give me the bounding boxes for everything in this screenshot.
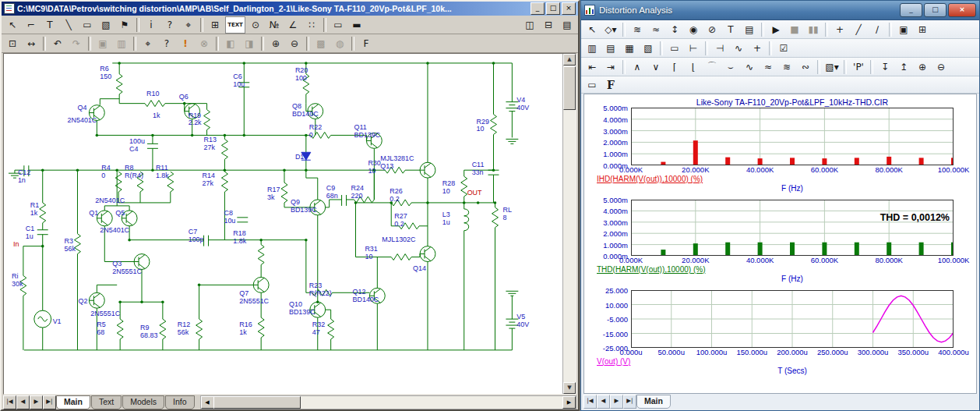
component-label[interactable]: R(R4)	[125, 172, 143, 179]
low-icon[interactable]: ⌊	[685, 58, 702, 76]
probe-down-icon[interactable]: ↧	[876, 58, 894, 76]
split-horizontal-icon[interactable]: ⊟	[540, 16, 557, 34]
component-label[interactable]: R28	[442, 179, 455, 187]
text-box-icon[interactable]: TEXT	[225, 16, 245, 34]
component-label[interactable]: R12	[178, 321, 190, 328]
component-label[interactable]: R4	[101, 164, 110, 172]
help-mode-icon[interactable]: ?	[161, 16, 178, 34]
component-label[interactable]: 2N5401C	[100, 226, 129, 234]
component-label[interactable]: 56k	[178, 328, 189, 336]
last-page-button[interactable]: ▶|	[43, 395, 56, 409]
component-label[interactable]: 220	[351, 192, 363, 200]
grid-dots-icon[interactable]: ∷	[303, 16, 320, 34]
component-label[interactable]: R6	[100, 65, 108, 73]
component-label[interactable]: C6	[233, 73, 241, 80]
component-label[interactable]: R30	[368, 159, 380, 167]
component-label[interactable]: Q10	[289, 300, 302, 308]
component-label[interactable]: 1.8k	[233, 237, 246, 245]
top-icon[interactable]: ≈	[760, 58, 777, 76]
component-label[interactable]: 150	[100, 73, 111, 80]
component-label[interactable]: Q14	[413, 264, 426, 272]
component-label[interactable]: 0.2	[390, 195, 399, 203]
find-button[interactable]: ⌖	[139, 35, 157, 52]
transistor-symbol[interactable]	[420, 246, 435, 262]
component-label[interactable]: 0	[309, 131, 313, 139]
component-label[interactable]: 68n	[326, 192, 338, 200]
run-button[interactable]: ▶	[767, 21, 784, 38]
prev-page-button[interactable]: ◀	[16, 395, 30, 409]
transistor-symbol[interactable]	[420, 162, 435, 178]
component-label[interactable]: Q2	[78, 297, 87, 305]
transistor-symbol[interactable]	[97, 211, 112, 226]
component-label[interactable]: 10	[365, 253, 372, 260]
component-label[interactable]: R11	[156, 164, 168, 172]
component-label[interactable]: Q9	[291, 198, 300, 206]
component-label[interactable]: R5	[97, 321, 105, 328]
component-label[interactable]: 33n	[472, 168, 484, 176]
minimize-button[interactable]: _	[900, 3, 922, 17]
breakpoints-icon[interactable]: ⊘	[703, 21, 721, 38]
component-label[interactable]: BD139C	[291, 206, 317, 214]
component-label[interactable]: 10	[477, 125, 485, 133]
scroll-up-button[interactable]: ▲	[563, 54, 576, 66]
tab-text[interactable]: Text	[91, 395, 122, 409]
trace-label[interactable]: THD(HARM(V(out)),10000) (%)	[597, 265, 976, 275]
component-label[interactable]: 2N5401C	[68, 116, 97, 124]
plot-area-1[interactable]	[631, 108, 954, 165]
plot-properties-checkbox-icon[interactable]: ☑	[775, 40, 792, 57]
component-label[interactable]: 47	[312, 328, 320, 336]
component-label[interactable]: C7	[189, 228, 197, 236]
line-mode-icon[interactable]: ╱	[850, 21, 867, 38]
component-label[interactable]: V4	[516, 96, 525, 104]
watch-icon[interactable]: ◉	[685, 21, 702, 38]
component-label[interactable]: R27	[394, 212, 407, 220]
schematic-canvas[interactable]: R6150Q42N5401CR101kQ6C610uR192.2kQ8BD140…	[4, 54, 563, 394]
component-label[interactable]: C8	[224, 209, 232, 217]
first-page-button[interactable]: |◀	[3, 395, 16, 409]
component-label[interactable]: 1u	[26, 232, 33, 240]
component-label[interactable]: 10	[368, 167, 375, 175]
picture-icon[interactable]: ▧	[97, 16, 115, 34]
data-panel-icon[interactable]: ▣	[895, 21, 912, 38]
close-button[interactable]: ×	[562, 2, 576, 15]
plot-frame-icon[interactable]: ▭	[666, 40, 683, 57]
peak-icon[interactable]: ∧	[629, 58, 646, 76]
flag-icon[interactable]: ⚑	[116, 16, 133, 34]
component-label[interactable]: R16	[239, 321, 252, 328]
component-label[interactable]: R3	[65, 237, 73, 245]
zoom-in-button[interactable]: ⊕	[914, 58, 931, 76]
component-label[interactable]: D1	[295, 153, 304, 161]
component-label[interactable]: Q12	[353, 288, 366, 296]
node-label[interactable]: OUT	[467, 189, 482, 197]
component-label[interactable]: R18	[233, 229, 245, 237]
component-label[interactable]: R19	[189, 112, 201, 119]
component-label[interactable]: Q8	[292, 102, 301, 110]
p-key-icon[interactable]: 'P'	[850, 58, 867, 76]
plot-area-3[interactable]	[631, 290, 954, 348]
trace-label[interactable]: IHD(HARM(V(out)),10000) (%)	[597, 175, 976, 184]
component-label[interactable]: BD139C	[289, 308, 316, 316]
scroll-thumb[interactable]	[213, 396, 301, 409]
font-button[interactable]: F	[602, 76, 619, 94]
trace-label[interactable]: V(out) (V)	[597, 357, 976, 367]
single-plot-icon[interactable]: ▥	[583, 40, 601, 57]
prev-page-button[interactable]: ◀	[597, 395, 610, 409]
component-label[interactable]: 1k	[30, 209, 38, 217]
component-label[interactable]: R1	[30, 201, 39, 209]
cursor-left-icon[interactable]: ⇤	[583, 58, 601, 76]
high-icon[interactable]: ⌈	[666, 58, 683, 76]
bottom-icon[interactable]: ≋	[778, 58, 795, 76]
component-label[interactable]: 100p	[189, 236, 204, 243]
transistor-symbol[interactable]	[253, 277, 269, 292]
font-button[interactable]: F	[358, 35, 375, 52]
component-label[interactable]: 68	[97, 328, 104, 336]
axes-icon[interactable]: ⊢	[685, 40, 702, 57]
component-label[interactable]: R31	[365, 245, 377, 253]
component-label[interactable]: 1k	[153, 112, 160, 119]
component-label[interactable]: R32	[312, 321, 325, 328]
overlay-plot-icon[interactable]: ▧	[640, 40, 657, 57]
select-tool[interactable]: ↖	[583, 21, 601, 38]
component-label[interactable]: L3	[442, 211, 450, 218]
component-label[interactable]: R8	[125, 164, 133, 172]
tab-main[interactable]: Main	[636, 395, 671, 409]
